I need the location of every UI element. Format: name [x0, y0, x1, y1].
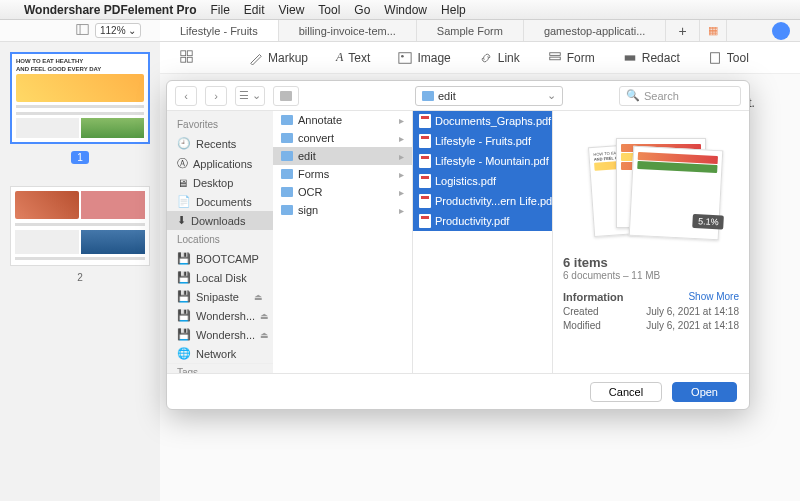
- pdf-icon: [419, 174, 431, 188]
- folder-annotate[interactable]: Annotate▸: [273, 111, 412, 129]
- folder-forms[interactable]: Forms▸: [273, 165, 412, 183]
- path-selector[interactable]: edit⌄: [415, 86, 563, 106]
- created-label: Created: [563, 306, 599, 317]
- app-name: Wondershare PDFelement Pro: [24, 3, 197, 17]
- loc-wondershare1[interactable]: 💾Wondersh...⏏: [167, 306, 273, 325]
- svg-rect-10: [625, 55, 636, 60]
- pdf-icon: [419, 114, 431, 128]
- drive-icon: 💾: [177, 309, 191, 322]
- menubar: Wondershare PDFelement Pro File Edit Vie…: [0, 0, 800, 20]
- view-mode-button[interactable]: ☰ ⌄: [235, 86, 265, 106]
- menu-view[interactable]: View: [279, 3, 305, 17]
- tab-sample[interactable]: Sample Form: [417, 20, 524, 41]
- open-button[interactable]: Open: [672, 382, 737, 402]
- menu-help[interactable]: Help: [441, 3, 466, 17]
- fav-documents[interactable]: 📄Documents: [167, 192, 273, 211]
- folder-icon: [281, 133, 293, 143]
- favorites-header: Favorites: [167, 115, 273, 134]
- eject-icon[interactable]: ⏏: [260, 311, 269, 321]
- tab-lifestyle[interactable]: Lifestyle - Fruits: [160, 20, 279, 41]
- fav-desktop[interactable]: 🖥Desktop: [167, 174, 273, 192]
- folder-sign[interactable]: sign▸: [273, 201, 412, 219]
- fav-recents[interactable]: 🕘Recents: [167, 134, 273, 153]
- cancel-button[interactable]: Cancel: [590, 382, 662, 402]
- file-productivity[interactable]: Productivity.pdf: [413, 211, 552, 231]
- drive-icon: 💾: [177, 290, 191, 303]
- search-field[interactable]: 🔍Search: [619, 86, 741, 106]
- network-icon: 🌐: [177, 347, 191, 360]
- folder-column: Annotate▸ convert▸ edit▸ Forms▸ OCR▸ sig…: [273, 111, 413, 373]
- back-button[interactable]: ‹: [175, 86, 197, 106]
- apps-grid-icon[interactable]: ▦: [700, 20, 727, 41]
- zoom-select[interactable]: 112% ⌄: [95, 23, 141, 38]
- markup-tool[interactable]: Markup: [249, 51, 308, 65]
- forward-button[interactable]: ›: [205, 86, 227, 106]
- search-icon: 🔍: [626, 89, 640, 102]
- folder-icon: [422, 91, 434, 101]
- folder-ocr[interactable]: OCR▸: [273, 183, 412, 201]
- modified-label: Modified: [563, 320, 601, 331]
- file-lifestyle-mountain[interactable]: Lifestyle - Mountain.pdf: [413, 151, 552, 171]
- page-num-1: 1: [71, 151, 89, 164]
- user-avatar[interactable]: [772, 22, 790, 40]
- documents-icon: 📄: [177, 195, 191, 208]
- menu-tool[interactable]: Tool: [318, 3, 340, 17]
- file-logistics[interactable]: Logistics.pdf: [413, 171, 552, 191]
- tags-header: Tags: [167, 363, 273, 373]
- link-tool[interactable]: Link: [479, 51, 520, 65]
- text-tool[interactable]: AText: [336, 50, 370, 65]
- locations-header: Locations: [167, 230, 273, 249]
- sidebar-toggle-icon[interactable]: [76, 23, 89, 39]
- folder-edit[interactable]: edit▸: [273, 147, 412, 165]
- loc-wondershare2[interactable]: 💾Wondersh...⏏: [167, 325, 273, 344]
- pdf-icon: [419, 134, 431, 148]
- svg-rect-3: [187, 50, 192, 55]
- drive-icon: 💾: [177, 328, 191, 341]
- thumbnails-icon[interactable]: [180, 50, 193, 66]
- file-open-dialog: ‹ › ☰ ⌄ edit⌄ 🔍Search Favorites 🕘Recents…: [166, 80, 750, 410]
- tab-billing[interactable]: billing-invoice-tem...: [279, 20, 417, 41]
- pdf-icon: [419, 214, 431, 228]
- fav-downloads[interactable]: ⬇Downloads: [167, 211, 273, 230]
- svg-rect-0: [77, 24, 88, 34]
- loc-bootcamp[interactable]: 💾BOOTCAMP: [167, 249, 273, 268]
- file-lifestyle-fruits[interactable]: Lifestyle - Fruits.pdf: [413, 131, 552, 151]
- loc-snipaste[interactable]: 💾Snipaste⏏: [167, 287, 273, 306]
- file-productivity-life[interactable]: Productivity...ern Life.pdf: [413, 191, 552, 211]
- thumbnail-2[interactable]: [10, 186, 150, 266]
- folder-convert[interactable]: convert▸: [273, 129, 412, 147]
- svg-rect-8: [550, 52, 561, 55]
- new-tab-button[interactable]: +: [666, 20, 699, 41]
- dialog-buttons: Cancel Open: [167, 373, 749, 409]
- image-tool[interactable]: Image: [398, 51, 450, 65]
- clock-icon: 🕘: [177, 137, 191, 150]
- page-num-2: 2: [10, 272, 150, 283]
- form-tool[interactable]: Form: [548, 51, 595, 65]
- svg-rect-6: [399, 52, 411, 63]
- modified-value: July 6, 2021 at 14:18: [646, 320, 739, 331]
- loc-localdisk[interactable]: 💾Local Disk: [167, 268, 273, 287]
- show-more-link[interactable]: Show More: [688, 291, 739, 303]
- thumbnail-1[interactable]: HOW TO EAT HEALTHY AND FEEL GOOD EVERY D…: [10, 52, 150, 144]
- group-button[interactable]: [273, 86, 299, 106]
- folder-icon: [281, 187, 293, 197]
- svg-rect-11: [710, 52, 719, 63]
- menu-window[interactable]: Window: [384, 3, 427, 17]
- tool-tabs: Markup AText Image Link Form Redact Tool: [160, 42, 800, 74]
- menu-go[interactable]: Go: [354, 3, 370, 17]
- tool-tool[interactable]: Tool: [708, 51, 749, 65]
- tab-gamestop[interactable]: gamestop-applicati...: [524, 20, 667, 41]
- pdf-icon: [419, 154, 431, 168]
- eject-icon[interactable]: ⏏: [254, 292, 263, 302]
- file-documents-graphs[interactable]: Documents_Graphs.pdf: [413, 111, 552, 131]
- redact-tool[interactable]: Redact: [623, 51, 680, 65]
- items-sub: 6 documents – 11 MB: [563, 270, 739, 281]
- file-column: Documents_Graphs.pdf Lifestyle - Fruits.…: [413, 111, 553, 373]
- folder-icon: [281, 169, 293, 179]
- menu-edit[interactable]: Edit: [244, 3, 265, 17]
- fav-applications[interactable]: ⒶApplications: [167, 153, 273, 174]
- folder-icon: [281, 205, 293, 215]
- eject-icon[interactable]: ⏏: [260, 330, 269, 340]
- loc-network[interactable]: 🌐Network: [167, 344, 273, 363]
- menu-file[interactable]: File: [211, 3, 230, 17]
